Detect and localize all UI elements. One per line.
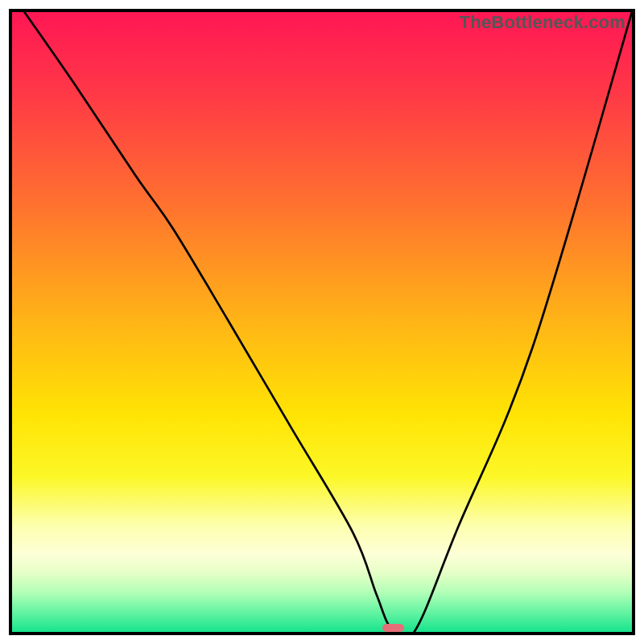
watermark-text: TheBottleneck.com [460,12,625,33]
bottleneck-curve [12,12,632,632]
optimum-marker [382,624,404,632]
chart-frame: TheBottleneck.com [9,9,635,635]
